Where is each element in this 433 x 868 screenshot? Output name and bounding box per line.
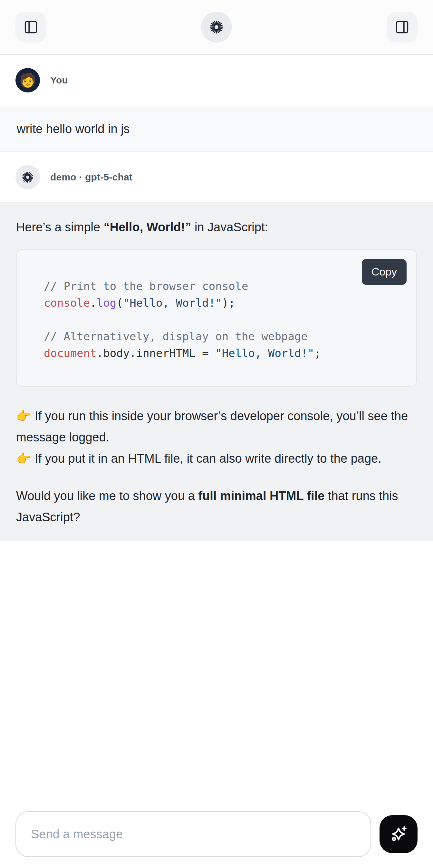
user-message-text: write hello world in js: [17, 122, 130, 136]
note-line-1: 👉 If you run this inside your browser’s …: [16, 409, 408, 444]
user-avatar: 🧑: [16, 68, 40, 92]
code-line: [44, 311, 403, 328]
assistant-sender-label: demo · gpt-5-chat: [50, 172, 132, 183]
person-emoji: 🧑: [19, 73, 36, 87]
right-panel-toggle-button[interactable]: [386, 11, 417, 42]
panel-right-icon: [395, 20, 409, 34]
composer-bar: [0, 800, 433, 868]
note-line-2: 👉 If you put it in an HTML file, it can …: [16, 452, 381, 465]
assistant-avatar: [16, 165, 40, 189]
sidebar-toggle-button[interactable]: [16, 11, 47, 42]
assistant-question-paragraph: Would you like me to show you a full min…: [16, 485, 417, 528]
code-content: // Print to the browser consoleconsole.l…: [44, 278, 403, 362]
panel-left-icon: [24, 20, 38, 34]
message-input[interactable]: [16, 811, 371, 857]
app-logo-badge: [201, 11, 232, 42]
top-bar: [0, 0, 433, 55]
code-line: // Print to the browser console: [44, 278, 403, 294]
empty-chat-area: [0, 541, 433, 800]
starburst-logo-icon: [208, 19, 225, 35]
sparkles-icon: [388, 824, 409, 844]
code-block: Copy // Print to the browser consolecons…: [16, 249, 417, 386]
assistant-message-header: demo · gpt-5-chat: [0, 152, 433, 202]
code-line: console.log("Hello, World!");: [44, 294, 403, 311]
assistant-notes-paragraph: 👉 If you run this inside your browser’s …: [16, 405, 417, 469]
send-button[interactable]: [379, 815, 417, 853]
code-line: document.body.innerHTML = "Hello, World!…: [44, 345, 403, 362]
chat-app: 🧑 You write hello world in js: [0, 0, 433, 868]
user-message-header: 🧑 You: [0, 55, 433, 106]
user-sender-label: You: [50, 75, 68, 86]
assistant-intro-paragraph: Here’s a simple “Hello, World!” in JavaS…: [16, 217, 417, 238]
starburst-avatar-icon: [21, 170, 35, 184]
copy-code-button[interactable]: Copy: [362, 259, 407, 285]
code-line: // Alternatively, display on the webpage: [44, 328, 403, 345]
assistant-message-body: Here’s a simple “Hello, World!” in JavaS…: [0, 202, 433, 541]
user-message-body: write hello world in js: [0, 106, 433, 152]
